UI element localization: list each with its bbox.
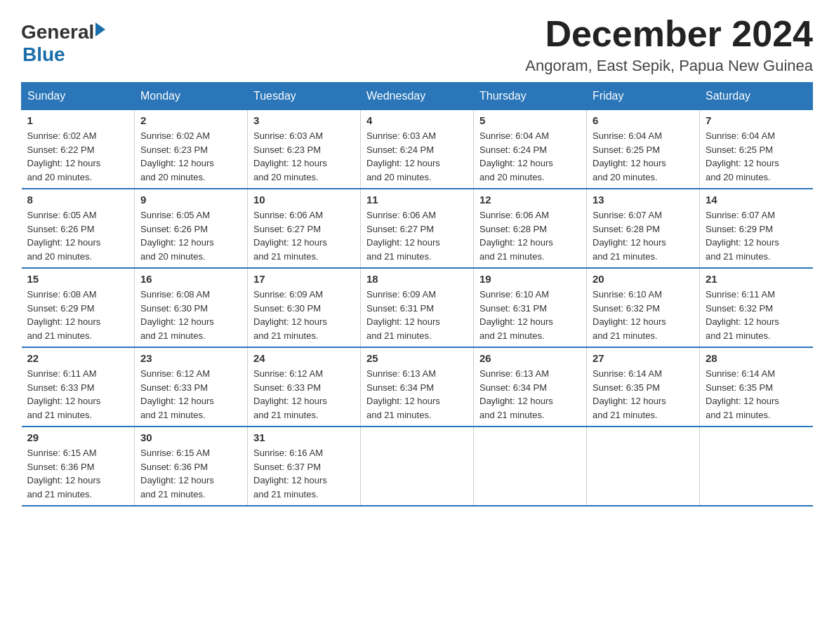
sunset-label: Sunset: 6:26 PM [140, 224, 208, 234]
sunset-label: Sunset: 6:22 PM [27, 145, 95, 155]
sunrise-label: Sunrise: 6:12 AM [140, 368, 210, 379]
day-header-friday: Friday [587, 83, 700, 110]
day-number: 26 [479, 352, 581, 364]
day-header-tuesday: Tuesday [248, 83, 361, 110]
day-number: 22 [27, 352, 129, 364]
calendar-cell: 4 Sunrise: 6:03 AM Sunset: 6:24 PM Dayli… [361, 110, 474, 189]
calendar-cell: 20 Sunrise: 6:10 AM Sunset: 6:32 PM Dayl… [587, 268, 700, 347]
calendar-week-row: 15 Sunrise: 6:08 AM Sunset: 6:29 PM Dayl… [22, 268, 813, 347]
calendar-cell: 6 Sunrise: 6:04 AM Sunset: 6:25 PM Dayli… [587, 110, 700, 189]
sunset-label: Sunset: 6:23 PM [253, 145, 321, 155]
day-number: 12 [479, 194, 581, 206]
sunset-label: Sunset: 6:29 PM [27, 303, 95, 314]
day-info: Sunrise: 6:10 AM Sunset: 6:32 PM Dayligh… [593, 288, 694, 342]
calendar-week-row: 29 Sunrise: 6:15 AM Sunset: 6:36 PM Dayl… [22, 427, 813, 506]
sunrise-label: Sunrise: 6:04 AM [479, 130, 549, 141]
daylight-label: Daylight: 12 hours [706, 237, 779, 248]
day-number: 20 [593, 273, 694, 285]
sunset-label: Sunset: 6:36 PM [27, 462, 95, 472]
sunrise-label: Sunrise: 6:15 AM [140, 448, 210, 458]
sunrise-label: Sunrise: 6:09 AM [253, 289, 323, 300]
sunset-label: Sunset: 6:25 PM [706, 145, 773, 155]
sunset-label: Sunset: 6:31 PM [479, 303, 547, 314]
calendar-cell: 17 Sunrise: 6:09 AM Sunset: 6:30 PM Dayl… [248, 268, 361, 347]
logo-general: General [21, 21, 94, 43]
sunset-label: Sunset: 6:27 PM [253, 224, 321, 234]
daylight-label: Daylight: 12 hours [479, 396, 553, 406]
daylight-minutes: and 21 minutes. [27, 330, 93, 341]
day-number: 8 [27, 194, 129, 206]
sunrise-label: Sunrise: 6:13 AM [366, 368, 436, 379]
calendar-table: SundayMondayTuesdayWednesdayThursdayFrid… [21, 82, 813, 507]
day-info: Sunrise: 6:04 AM Sunset: 6:25 PM Dayligh… [593, 129, 694, 184]
day-number: 3 [253, 114, 355, 126]
day-number: 21 [706, 273, 807, 285]
daylight-minutes: and 21 minutes. [27, 410, 93, 420]
daylight-minutes: and 21 minutes. [253, 410, 319, 420]
day-number: 14 [706, 194, 807, 206]
day-number: 27 [593, 352, 694, 364]
day-info: Sunrise: 6:08 AM Sunset: 6:29 PM Dayligh… [27, 288, 129, 342]
daylight-label: Daylight: 12 hours [27, 237, 101, 248]
sunrise-label: Sunrise: 6:04 AM [593, 130, 662, 141]
sunset-label: Sunset: 6:34 PM [479, 382, 547, 393]
sunset-label: Sunset: 6:35 PM [593, 382, 660, 393]
daylight-minutes: and 20 minutes. [479, 172, 545, 182]
location-title: Angoram, East Sepik, Papua New Guinea [525, 57, 813, 75]
daylight-minutes: and 21 minutes. [253, 489, 319, 499]
calendar-cell: 29 Sunrise: 6:15 AM Sunset: 6:36 PM Dayl… [22, 427, 135, 506]
daylight-minutes: and 20 minutes. [253, 172, 319, 182]
daylight-minutes: and 20 minutes. [706, 172, 771, 182]
page-header: General Blue December 2024 Angoram, East… [21, 14, 813, 75]
calendar-cell: 19 Sunrise: 6:10 AM Sunset: 6:31 PM Dayl… [474, 268, 587, 347]
day-info: Sunrise: 6:14 AM Sunset: 6:35 PM Dayligh… [706, 367, 807, 422]
sunset-label: Sunset: 6:32 PM [706, 303, 773, 314]
sunset-label: Sunset: 6:23 PM [140, 145, 208, 155]
day-info: Sunrise: 6:06 AM Sunset: 6:28 PM Dayligh… [479, 208, 581, 263]
day-info: Sunrise: 6:09 AM Sunset: 6:30 PM Dayligh… [253, 288, 355, 342]
sunset-label: Sunset: 6:27 PM [366, 224, 434, 234]
daylight-label: Daylight: 12 hours [140, 237, 214, 248]
daylight-minutes: and 21 minutes. [593, 330, 658, 341]
sunset-label: Sunset: 6:25 PM [593, 145, 660, 155]
daylight-label: Daylight: 12 hours [27, 158, 101, 168]
sunrise-label: Sunrise: 6:15 AM [27, 448, 97, 458]
daylight-minutes: and 20 minutes. [140, 172, 206, 182]
calendar-cell: 15 Sunrise: 6:08 AM Sunset: 6:29 PM Dayl… [22, 268, 135, 347]
calendar-cell: 3 Sunrise: 6:03 AM Sunset: 6:23 PM Dayli… [248, 110, 361, 189]
sunrise-label: Sunrise: 6:10 AM [593, 289, 662, 300]
day-info: Sunrise: 6:15 AM Sunset: 6:36 PM Dayligh… [140, 446, 241, 501]
sunset-label: Sunset: 6:36 PM [140, 462, 208, 472]
calendar-cell: 14 Sunrise: 6:07 AM Sunset: 6:29 PM Dayl… [700, 189, 813, 268]
day-info: Sunrise: 6:13 AM Sunset: 6:34 PM Dayligh… [366, 367, 468, 422]
calendar-cell: 25 Sunrise: 6:13 AM Sunset: 6:34 PM Dayl… [361, 347, 474, 427]
daylight-minutes: and 20 minutes. [593, 172, 658, 182]
sunrise-label: Sunrise: 6:06 AM [479, 210, 549, 220]
calendar-cell: 26 Sunrise: 6:13 AM Sunset: 6:34 PM Dayl… [474, 347, 587, 427]
day-number: 10 [253, 194, 355, 206]
daylight-label: Daylight: 12 hours [253, 316, 327, 327]
daylight-label: Daylight: 12 hours [253, 237, 327, 248]
sunset-label: Sunset: 6:26 PM [27, 224, 95, 234]
daylight-minutes: and 21 minutes. [27, 489, 93, 499]
sunrise-label: Sunrise: 6:02 AM [27, 130, 97, 141]
day-number: 13 [593, 194, 694, 206]
day-number: 16 [140, 273, 241, 285]
daylight-minutes: and 20 minutes. [27, 251, 93, 262]
day-info: Sunrise: 6:09 AM Sunset: 6:31 PM Dayligh… [366, 288, 468, 342]
day-number: 4 [366, 114, 468, 126]
day-info: Sunrise: 6:06 AM Sunset: 6:27 PM Dayligh… [366, 208, 468, 263]
daylight-minutes: and 20 minutes. [140, 251, 206, 262]
day-info: Sunrise: 6:11 AM Sunset: 6:32 PM Dayligh… [706, 288, 807, 342]
day-header-wednesday: Wednesday [361, 83, 474, 110]
month-title: December 2024 [525, 14, 813, 54]
daylight-label: Daylight: 12 hours [479, 237, 553, 248]
sunrise-label: Sunrise: 6:06 AM [253, 210, 323, 220]
daylight-minutes: and 21 minutes. [366, 251, 432, 262]
day-header-thursday: Thursday [474, 83, 587, 110]
sunset-label: Sunset: 6:30 PM [253, 303, 321, 314]
daylight-label: Daylight: 12 hours [27, 396, 101, 406]
day-info: Sunrise: 6:13 AM Sunset: 6:34 PM Dayligh… [479, 367, 581, 422]
calendar-cell [700, 427, 813, 506]
sunrise-label: Sunrise: 6:11 AM [27, 368, 97, 379]
